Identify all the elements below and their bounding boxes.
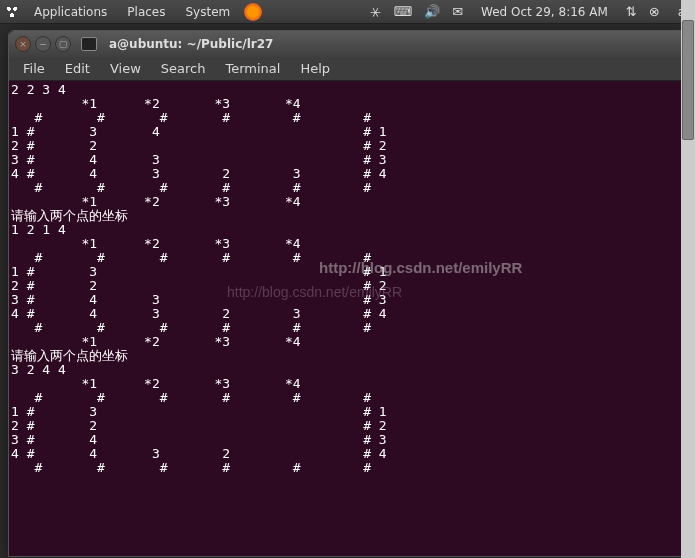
terminal-line: 4 # 4 3 2 # 4: [11, 447, 685, 461]
terminal-line: *1 *2 *3 *4: [11, 335, 685, 349]
terminal-line: 3 # 4 3 # 3: [11, 153, 685, 167]
menu-help[interactable]: Help: [292, 59, 338, 78]
terminal-line: # # # # # #: [11, 181, 685, 195]
terminal-line: # # # # # #: [11, 391, 685, 405]
titlebar[interactable]: × − ▢ a@ubuntu: ~/Public/lr27: [9, 31, 687, 57]
terminal-line: 1 # 3 # 1: [11, 265, 685, 279]
menu-terminal[interactable]: Terminal: [217, 59, 288, 78]
menu-file[interactable]: File: [15, 59, 53, 78]
top-panel: Applications Places System ⚹ ⌨ 🔊 ✉ Wed O…: [0, 0, 695, 24]
mail-icon[interactable]: ✉: [452, 4, 463, 19]
minimize-button[interactable]: −: [35, 36, 51, 52]
ubuntu-logo-icon[interactable]: [4, 4, 20, 20]
menubar: File Edit View Search Terminal Help: [9, 57, 687, 81]
terminal-line: 4 # 4 3 2 3 # 4: [11, 307, 685, 321]
terminal-line: 1 # 3 4 # 1: [11, 125, 685, 139]
terminal-line: # # # # # #: [11, 461, 685, 475]
terminal-line: 2 # 2 # 2: [11, 279, 685, 293]
panel-left: Applications Places System: [4, 3, 262, 21]
terminal-line: # # # # # #: [11, 251, 685, 265]
terminal-line: 1 # 3 # 1: [11, 405, 685, 419]
applications-menu[interactable]: Applications: [28, 5, 113, 19]
terminal-output[interactable]: 2 2 3 4 *1 *2 *3 *4 # # # # # #1 # 3 4 #…: [9, 81, 687, 556]
terminal-line: *1 *2 *3 *4: [11, 195, 685, 209]
scrollbar-thumb[interactable]: [682, 20, 694, 140]
menu-edit[interactable]: Edit: [57, 59, 98, 78]
window-title: a@ubuntu: ~/Public/lr27: [109, 37, 273, 51]
power-icon[interactable]: ⊗: [649, 4, 660, 19]
terminal-line: *1 *2 *3 *4: [11, 377, 685, 391]
clock[interactable]: Wed Oct 29, 8:16 AM: [475, 5, 614, 19]
keyboard-icon[interactable]: ⌨: [393, 4, 412, 19]
terminal-window: × − ▢ a@ubuntu: ~/Public/lr27 File Edit …: [8, 30, 688, 557]
menu-view[interactable]: View: [102, 59, 149, 78]
network-icon[interactable]: ⇅: [626, 4, 637, 19]
terminal-line: *1 *2 *3 *4: [11, 237, 685, 251]
terminal-line: 3 # 4 3 # 3: [11, 293, 685, 307]
terminal-line: 3 # 4 # 3: [11, 433, 685, 447]
system-menu[interactable]: System: [179, 5, 236, 19]
terminal-line: 2 # 2 # 2: [11, 139, 685, 153]
places-menu[interactable]: Places: [121, 5, 171, 19]
terminal-line: 请输入两个点的坐标: [11, 349, 685, 363]
terminal-icon: [81, 37, 97, 51]
terminal-line: 请输入两个点的坐标: [11, 209, 685, 223]
firefox-icon[interactable]: [244, 3, 262, 21]
terminal-line: 2 2 3 4: [11, 83, 685, 97]
panel-right: ⚹ ⌨ 🔊 ✉ Wed Oct 29, 8:16 AM ⇅ ⊗ a: [370, 4, 691, 20]
menu-search[interactable]: Search: [153, 59, 214, 78]
terminal-line: *1 *2 *3 *4: [11, 97, 685, 111]
maximize-button[interactable]: ▢: [55, 36, 71, 52]
terminal-line: # # # # # #: [11, 321, 685, 335]
terminal-line: # # # # # #: [11, 111, 685, 125]
terminal-line: 1 2 1 4: [11, 223, 685, 237]
bluetooth-icon[interactable]: ⚹: [370, 4, 381, 20]
volume-icon[interactable]: 🔊: [424, 4, 440, 19]
page-scrollbar[interactable]: [681, 0, 695, 558]
terminal-line: 2 # 2 # 2: [11, 419, 685, 433]
terminal-line: 3 2 4 4: [11, 363, 685, 377]
close-button[interactable]: ×: [15, 36, 31, 52]
terminal-line: 4 # 4 3 2 3 # 4: [11, 167, 685, 181]
